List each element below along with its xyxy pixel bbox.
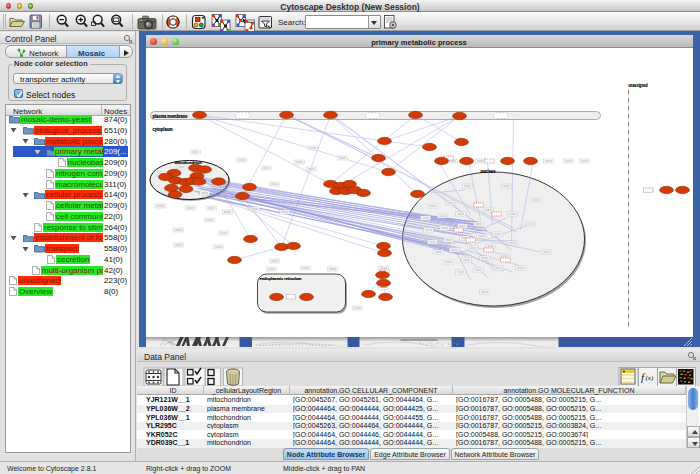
svg-text:(x): (x) [646,374,654,382]
svg-text:unassigned: unassigned [628,83,647,88]
svg-text:cytoplasm: cytoplasm [152,127,172,132]
svg-text:plasma membrane: plasma membrane [152,114,187,119]
svg-text:Search:: Search: [278,18,306,27]
svg-text:endoplasmic reticulum: endoplasmic reticulum [259,276,301,281]
